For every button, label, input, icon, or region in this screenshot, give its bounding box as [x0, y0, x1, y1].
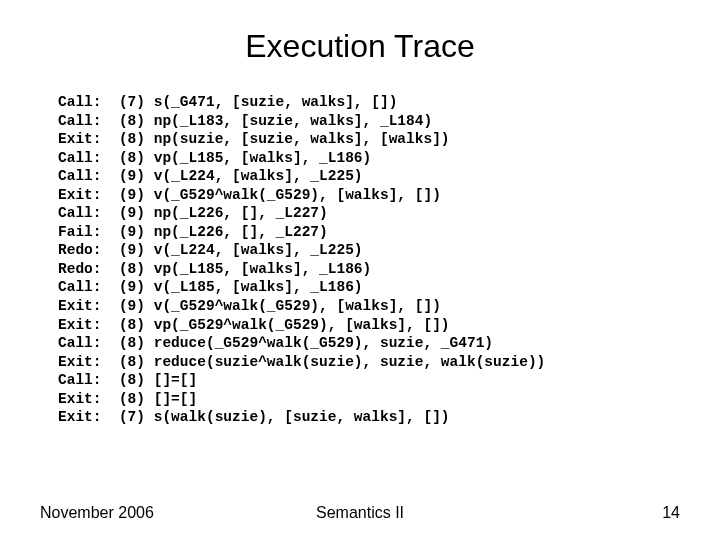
- footer-page-number: 14: [662, 504, 680, 522]
- footer-course: Semantics II: [316, 504, 404, 522]
- footer: November 2006 Semantics II 14: [0, 504, 720, 522]
- footer-date: November 2006: [40, 504, 154, 522]
- slide: Execution Trace Call: (7) s(_G471, [suzi…: [0, 0, 720, 540]
- page-title: Execution Trace: [40, 28, 680, 65]
- trace-block: Call: (7) s(_G471, [suzie, walks], []) C…: [58, 93, 680, 427]
